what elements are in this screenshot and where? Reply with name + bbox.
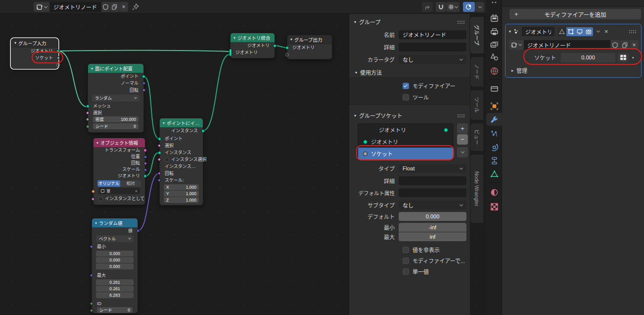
color-tag-dropdown[interactable]: なし bbox=[399, 55, 466, 64]
distribute-method-dropdown[interactable]: ランダム bbox=[92, 95, 139, 102]
node-tree-browse-button[interactable] bbox=[509, 40, 524, 50]
use-attribute-toggle[interactable] bbox=[618, 53, 629, 62]
tab-material[interactable] bbox=[486, 186, 502, 199]
tab-view-layer[interactable] bbox=[486, 38, 502, 51]
value-output-socket[interactable] bbox=[136, 229, 140, 233]
object-selector-field[interactable]: 草× bbox=[98, 188, 140, 194]
geometry-output-socket[interactable] bbox=[56, 50, 60, 53]
points-input-socket[interactable] bbox=[158, 137, 161, 141]
cage-display-toggle[interactable] bbox=[566, 27, 575, 36]
list-item-input-geometry[interactable]: ジオメトリ bbox=[358, 136, 453, 148]
duplicate-button[interactable] bbox=[620, 40, 629, 50]
seed-input-socket[interactable] bbox=[90, 308, 93, 312]
default-value-slider[interactable]: 0.000 bbox=[399, 212, 466, 221]
max-x-field[interactable]: 0.261 bbox=[96, 279, 134, 285]
as-instance-checkbox[interactable] bbox=[98, 197, 103, 201]
socket-value-slider[interactable]: 0.000 bbox=[561, 53, 615, 62]
node-header[interactable]: ▾ポイントにインスタ... bbox=[160, 118, 203, 127]
max-value-slider[interactable]: inf bbox=[399, 232, 466, 241]
min-z-field[interactable]: 0.000 bbox=[96, 263, 134, 269]
scale-x-field[interactable]: X1.000 bbox=[164, 184, 199, 190]
list-item-input-socket[interactable]: ソケット bbox=[358, 148, 453, 159]
add-modifier-button[interactable]: + モディファイアーを追加 bbox=[509, 9, 641, 19]
density-input-socket[interactable] bbox=[86, 117, 90, 121]
selection-input-socket[interactable] bbox=[86, 111, 90, 115]
node-header[interactable]: ▾グループ出力 bbox=[287, 35, 332, 44]
modifier-name-field[interactable]: ジオメトリ... bbox=[522, 27, 554, 36]
snap-mode-dropdown[interactable] bbox=[446, 2, 460, 12]
panel-drag-grip[interactable] bbox=[457, 114, 465, 117]
tab-particles[interactable] bbox=[486, 127, 502, 140]
overlays-dropdown[interactable] bbox=[475, 2, 484, 12]
collapse-icon[interactable]: ▾ bbox=[509, 29, 511, 34]
node-tree-name-field[interactable]: ジオメトリノード bbox=[524, 40, 610, 50]
as-instance-input-socket[interactable] bbox=[91, 197, 95, 201]
min-y-field[interactable]: 0.000 bbox=[96, 257, 134, 263]
object-input-socket[interactable] bbox=[92, 190, 95, 193]
instance-index-input-socket[interactable] bbox=[160, 164, 161, 168]
group-sockets-panel-header[interactable]: ▾ グループソケット bbox=[354, 111, 467, 119]
single-value-checkbox[interactable] bbox=[403, 268, 409, 275]
tab-tool[interactable] bbox=[486, 0, 502, 6]
modifier-usage-checkbox[interactable] bbox=[403, 83, 409, 89]
rotation-output-socket[interactable] bbox=[142, 88, 146, 92]
animate-property-dot[interactable]: • bbox=[632, 55, 634, 60]
max-input-socket[interactable] bbox=[90, 273, 93, 277]
tab-constraints[interactable] bbox=[486, 154, 502, 167]
original-toggle-button[interactable]: オリジナル bbox=[97, 180, 120, 187]
virtual-output-socket[interactable] bbox=[56, 63, 60, 67]
rotation-input-socket[interactable] bbox=[157, 171, 161, 175]
fake-user-button[interactable] bbox=[610, 40, 620, 50]
node-header[interactable]: ▾ランダム値 bbox=[92, 218, 138, 227]
tab-object[interactable] bbox=[486, 100, 502, 112]
id-input-socket[interactable] bbox=[90, 302, 93, 306]
hide-in-modifier-checkbox[interactable] bbox=[403, 258, 409, 264]
density-field[interactable]: 密度100.000 bbox=[93, 116, 138, 122]
seed-field[interactable]: シード0 bbox=[93, 123, 138, 129]
tab-object-data[interactable] bbox=[486, 167, 502, 180]
unlink-button[interactable]: × bbox=[119, 2, 128, 12]
node-join-geometry[interactable]: ▾ジオメトリ統合 ジオメトリ ジオメトリ bbox=[230, 33, 275, 58]
geometry-multi-input-socket[interactable] bbox=[229, 49, 232, 56]
node-distribute-points-on-faces[interactable]: ▾面にポイント配置 ポイント ノーマル 回転 ランダム メッシュ 選択 密度10… bbox=[88, 63, 144, 133]
list-item-output-geometry[interactable]: ジオメトリ bbox=[358, 124, 453, 136]
tool-usage-checkbox[interactable] bbox=[403, 94, 409, 101]
panel-drag-grip[interactable] bbox=[457, 20, 465, 24]
instance-input-socket[interactable] bbox=[158, 151, 161, 155]
pin-button[interactable] bbox=[132, 3, 139, 11]
viewport-display-toggle[interactable] bbox=[575, 27, 584, 36]
selection-input-socket[interactable] bbox=[157, 144, 161, 148]
points-output-socket[interactable] bbox=[142, 75, 145, 78]
delete-modifier-button[interactable]: × bbox=[604, 28, 608, 35]
hide-value-checkbox[interactable] bbox=[403, 247, 409, 253]
location-output-socket[interactable] bbox=[143, 155, 147, 158]
default-attribute-field[interactable] bbox=[399, 188, 466, 197]
modifier-extras-dropdown[interactable] bbox=[597, 29, 600, 33]
node-header[interactable]: ▾オブジェクト情報 bbox=[93, 138, 145, 147]
group-panel-header[interactable]: ▾ グループ bbox=[354, 18, 467, 26]
scale-input-socket[interactable] bbox=[157, 178, 161, 182]
fake-user-button[interactable] bbox=[101, 2, 110, 12]
tab-render[interactable] bbox=[486, 12, 502, 25]
seed-field[interactable]: シード0 bbox=[97, 307, 133, 313]
node-random-value[interactable]: ▾ランダム値 値 ベクトル 最小 0.000 0.000 0.000 最大 0.… bbox=[92, 218, 138, 314]
manage-subpanel-header[interactable]: ▸ 管理 bbox=[511, 66, 635, 75]
socket-description-field[interactable] bbox=[399, 176, 466, 185]
overlays-toggle-button[interactable] bbox=[463, 2, 475, 12]
sidebar-tab-view[interactable]: ビュー bbox=[470, 123, 483, 152]
node-header[interactable]: ▾ジオメトリ統合 bbox=[230, 33, 275, 42]
max-z-field[interactable]: 6.283 bbox=[96, 292, 134, 298]
tab-world[interactable] bbox=[486, 64, 502, 77]
socket-specials-menu-button[interactable] bbox=[457, 147, 468, 158]
tab-scene[interactable] bbox=[486, 51, 502, 63]
instances-output-socket[interactable] bbox=[201, 129, 205, 133]
tab-physics[interactable] bbox=[486, 141, 502, 154]
node-tree-browse-button[interactable] bbox=[34, 2, 49, 12]
node-group-output[interactable]: ▾グループ出力 ジオメトリ bbox=[287, 35, 332, 59]
tab-texture[interactable] bbox=[486, 200, 502, 213]
group-description-field[interactable] bbox=[399, 43, 466, 52]
max-y-field[interactable]: 0.261 bbox=[96, 286, 134, 292]
geometry-output-socket[interactable] bbox=[143, 174, 147, 178]
geometry-input-socket[interactable] bbox=[285, 46, 289, 50]
scale-output-socket[interactable] bbox=[143, 167, 147, 171]
